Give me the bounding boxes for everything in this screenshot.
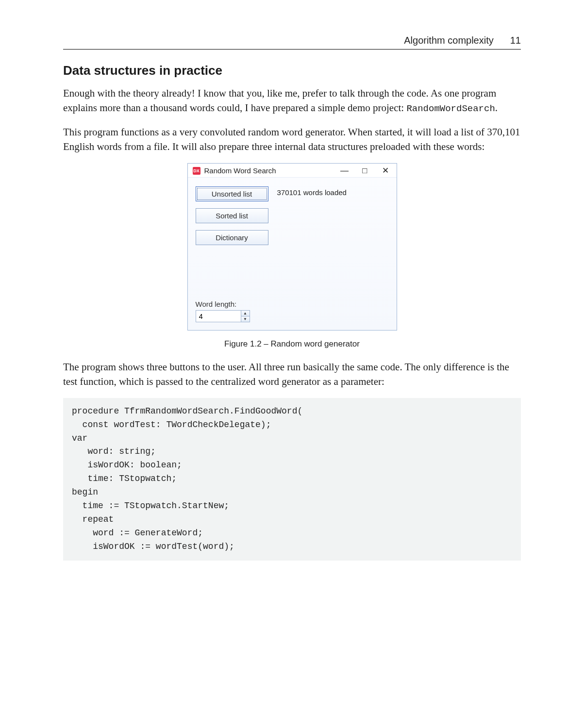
- close-icon[interactable]: ✕: [381, 166, 390, 175]
- window-title: Random Word Search: [204, 166, 340, 175]
- word-length-input[interactable]: [196, 311, 241, 322]
- window-control-buttons: — □ ✕: [340, 166, 393, 175]
- spinner-down-icon[interactable]: ▼: [241, 316, 250, 322]
- app-icon: DX: [193, 167, 200, 175]
- sorted-list-button[interactable]: Sorted list: [196, 208, 268, 223]
- p1-text-b: .: [495, 102, 498, 114]
- spinner-steppers: ▲ ▼: [241, 311, 250, 322]
- window-titlebar: DX Random Word Search — □ ✕: [188, 164, 397, 178]
- figure-container: DX Random Word Search — □ ✕ Unsorted lis…: [63, 163, 521, 331]
- unsorted-list-button[interactable]: Unsorted list: [196, 186, 268, 201]
- body-paragraph-2: This program functions as a very convolu…: [63, 125, 521, 154]
- status-text: 370101 words loaded: [277, 188, 347, 197]
- left-panel-spacer: [196, 252, 268, 300]
- word-length-spinner[interactable]: ▲ ▼: [196, 310, 250, 322]
- window-right-panel: 370101 words loaded: [277, 186, 389, 322]
- figure-caption: Figure 1.2 – Random word generator: [63, 339, 521, 349]
- running-title: Algorithm complexity: [404, 35, 494, 46]
- dictionary-button[interactable]: Dictionary: [196, 230, 268, 245]
- minimize-icon[interactable]: —: [340, 166, 349, 175]
- running-head: Algorithm complexity 11: [63, 35, 521, 46]
- body-paragraph-1: Enough with the theory already! I know t…: [63, 86, 521, 116]
- word-length-label: Word length:: [196, 300, 268, 308]
- spinner-up-icon[interactable]: ▲: [241, 311, 250, 316]
- body-paragraph-3: The program shows three buttons to the u…: [63, 360, 521, 389]
- page-number: 11: [510, 35, 521, 46]
- maximize-icon[interactable]: □: [361, 166, 369, 175]
- app-window: DX Random Word Search — □ ✕ Unsorted lis…: [187, 163, 397, 331]
- code-block: procedure TfrmRandomWordSearch.FindGoodW…: [63, 398, 521, 561]
- header-rule: [63, 49, 521, 50]
- page: Algorithm complexity 11 Data structures …: [0, 0, 584, 728]
- inline-code-project-name: RandomWordSearch: [406, 103, 495, 114]
- window-left-panel: Unsorted list Sorted list Dictionary Wor…: [196, 186, 268, 322]
- window-body: Unsorted list Sorted list Dictionary Wor…: [188, 178, 397, 330]
- section-heading: Data structures in practice: [63, 63, 521, 78]
